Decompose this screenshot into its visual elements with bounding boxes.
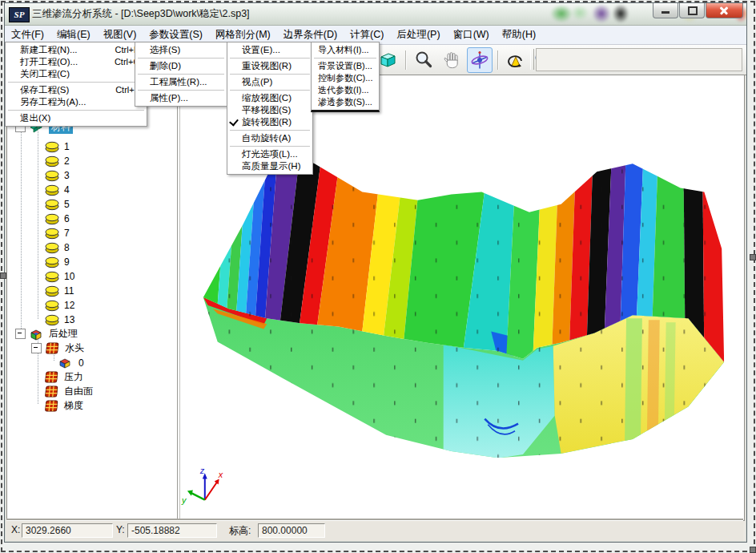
auto-rotate-icon[interactable] [503, 47, 529, 73]
menu-item-settings[interactable]: 设置(E)... [227, 44, 312, 56]
menu-item-background-settings[interactable]: 背景设置(B)... [312, 60, 379, 72]
menu-separator [138, 74, 224, 75]
status-y-value: -505.18882 [127, 523, 217, 538]
tree-label[interactable]: 2 [64, 155, 70, 167]
menu-item-delete[interactable]: 删除(D) [135, 60, 227, 72]
tree-label[interactable]: 1 [64, 141, 70, 152]
view-menu-popup: 设置(E)... 重设视图(R) 视点(P) 缩放视图(C) 平移视图(S) 旋… [227, 42, 313, 175]
tree-item-material-11[interactable]: 11 [44, 284, 74, 297]
pan-hand-icon[interactable] [439, 47, 464, 73]
marquee-handle[interactable] [0, 272, 6, 279]
material-layer-icon [44, 285, 60, 297]
tree-label[interactable]: 4 [64, 184, 70, 196]
tree-item-material-2[interactable]: 2 [44, 154, 70, 168]
tree-label[interactable]: 7 [64, 228, 70, 239]
tree-item-material-6[interactable]: 6 [44, 212, 70, 225]
tree-item-pressure[interactable]: 压力 [44, 370, 83, 384]
menu-postprocess[interactable]: 后处理(P) [390, 26, 446, 44]
tree-item-free-surface[interactable]: 自由面 [44, 385, 93, 398]
toolbar-separator [405, 50, 406, 70]
tree-connector [21, 130, 22, 332]
toolbar-handle[interactable] [530, 49, 534, 70]
menu-item-iteration-parameters[interactable]: 迭代参数(I)... [312, 84, 379, 96]
app-logo-icon: SP [9, 7, 30, 22]
collapse-icon[interactable] [15, 329, 26, 339]
menu-separator [230, 58, 310, 59]
tree-label[interactable]: 6 [64, 213, 70, 224]
tree-item-gradient[interactable]: 梯度 [44, 399, 83, 413]
close-button[interactable] [706, 3, 743, 18]
tree-label[interactable]: 13 [64, 314, 74, 325]
tree-label-head-0[interactable]: 0 [78, 357, 84, 369]
menu-item-rotate-view[interactable]: 旋转视图(R) [227, 116, 312, 128]
title-bar[interactable]: SP 三维渗流分析系统 - [D:\Seep3D\work\稳定\2.sp3] [5, 3, 746, 26]
material-layer-icon [44, 140, 60, 153]
tree-item-material-9[interactable]: 9 [44, 255, 70, 268]
tree-item-material-8[interactable]: 8 [44, 240, 70, 254]
tree-item-material-13[interactable]: 13 [44, 313, 74, 326]
tree-label[interactable]: 9 [64, 256, 70, 268]
menu-item-viewpoint[interactable]: 视点(P) [227, 76, 312, 88]
menu-item-control-parameters[interactable]: 控制参数(C)... [312, 72, 379, 84]
menu-item-save-project-as[interactable]: 另存工程为(A)... [6, 96, 147, 108]
menu-item-pan-view[interactable]: 平移视图(S) [227, 104, 312, 116]
tree-label[interactable]: 10 [64, 271, 74, 282]
menu-help[interactable]: 帮助(H) [496, 26, 542, 44]
tree-label[interactable]: 5 [64, 199, 70, 210]
tree-item-material-5[interactable]: 5 [44, 197, 70, 211]
menu-separator [230, 74, 310, 75]
tree-item-material-7[interactable]: 7 [44, 226, 70, 240]
tree-item-material-12[interactable]: 12 [44, 298, 74, 312]
marquee-handle[interactable] [750, 254, 756, 260]
status-x-value: 3029.2660 [22, 523, 113, 538]
tree-item-material-4[interactable]: 4 [44, 183, 70, 196]
collapse-icon[interactable] [31, 343, 42, 353]
menu-item-label: 打开工程(O)... [20, 56, 78, 68]
menu-item-auto-rotate[interactable]: 自动旋转(A) [227, 132, 312, 144]
status-elevation-label: 标高: [229, 524, 251, 538]
tree-item-material-3[interactable]: 3 [44, 168, 70, 182]
zoom-icon[interactable] [411, 47, 436, 73]
tree-label-postprocess[interactable]: 后处理 [49, 327, 78, 341]
marquee-handle[interactable] [750, 547, 756, 553]
menu-item-reset-view[interactable]: 重设视图(R) [227, 60, 312, 72]
menu-item-properties[interactable]: 属性(P)... [135, 92, 227, 104]
menu-item-close-project[interactable]: 关闭工程(C) [6, 68, 147, 80]
menu-separator [230, 130, 310, 131]
tree-label[interactable]: 12 [64, 300, 74, 311]
rotate-view-icon[interactable] [467, 47, 493, 73]
material-layer-icon [44, 270, 60, 283]
menu-separator [138, 90, 224, 91]
menu-item-exit[interactable]: 退出(X) [6, 112, 147, 124]
tree-item-head[interactable]: 水头 [31, 341, 84, 355]
grid-result-icon [44, 400, 60, 413]
menu-item-zoom-view[interactable]: 缩放视图(C) [227, 92, 312, 104]
tree-item-postprocess[interactable]: 后处理 [15, 327, 78, 341]
menu-item-label: 控制参数(C)... [318, 72, 372, 84]
tree-label[interactable]: 3 [64, 170, 70, 181]
menu-separator [8, 82, 144, 83]
menu-item-seepage-parameters[interactable]: 渗透参数(S)... [312, 96, 379, 108]
tree-label[interactable]: 11 [64, 285, 74, 297]
menu-item-import-materials[interactable]: 导入材料(I)... [312, 44, 379, 56]
menu-item-light-options[interactable]: 灯光选项(L)... [227, 148, 312, 160]
tree-label-free-surface[interactable]: 自由面 [64, 385, 93, 398]
tree-item-material-1[interactable]: 1 [44, 139, 70, 153]
tree-item-head-0[interactable]: 0 [58, 356, 84, 369]
menu-item-label: 设置(E)... [242, 44, 280, 56]
menu-item-select[interactable]: 选择(S) [135, 44, 227, 56]
tree-label-head[interactable]: 水头 [65, 341, 84, 355]
menu-item-open-project[interactable]: 打开工程(O)...Ctrl+O [6, 56, 147, 68]
menu-item-high-quality-display[interactable]: 高质量显示(H) [227, 160, 312, 172]
menu-item-new-project[interactable]: 新建工程(N)...Ctrl+N [6, 44, 147, 56]
minimize-button[interactable] [653, 3, 678, 18]
tree-label-gradient[interactable]: 梯度 [64, 399, 83, 413]
tree-label-pressure[interactable]: 压力 [64, 370, 83, 384]
menu-item-label: 另存工程为(A)... [20, 96, 86, 108]
menu-window[interactable]: 窗口(W) [447, 26, 496, 44]
tree-label[interactable]: 8 [64, 242, 70, 253]
menu-item-project-properties[interactable]: 工程属性(R)... [135, 76, 227, 88]
maximize-button[interactable] [679, 3, 705, 18]
menu-item-save-project[interactable]: 保存工程(S)Ctrl+S [6, 84, 147, 96]
tree-item-material-10[interactable]: 10 [44, 269, 74, 283]
